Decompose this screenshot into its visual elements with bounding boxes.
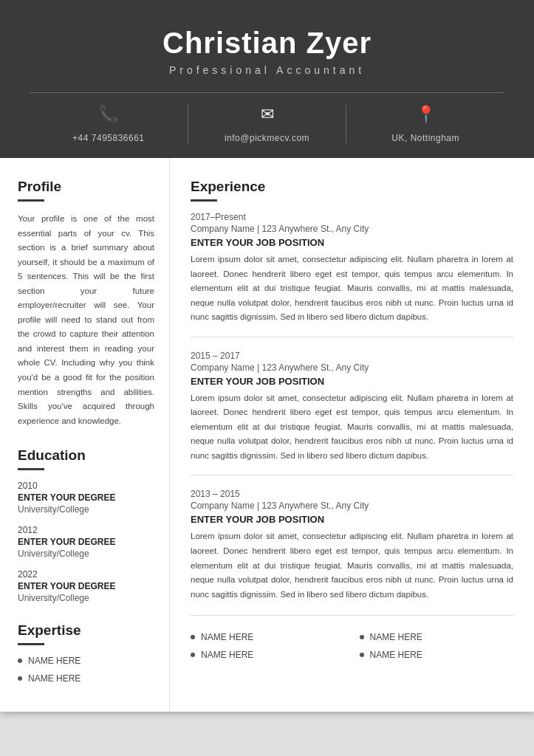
expertise-item: NAME HERE: [18, 656, 154, 666]
experience-title: Experience: [191, 179, 513, 195]
exp-position: ENTER YOUR JOB POSITION: [191, 376, 513, 387]
edu-degree: ENTER YOUR DEGREE: [18, 537, 154, 547]
header-name: Christian Zyer: [30, 27, 504, 60]
edu-school: University/College: [18, 549, 154, 559]
profile-title: Profile: [18, 179, 154, 195]
expertise-list-right-1: NAME HERENAME HERE: [191, 632, 345, 660]
expertise-col-2: NAME HERENAME HERE: [360, 628, 514, 667]
bullet-icon: [191, 653, 195, 657]
education-entry: 2022 ENTER YOUR DEGREE University/Colleg…: [18, 569, 154, 603]
edu-year: 2022: [18, 569, 154, 580]
right-column: Experience 2017–Present Company Name | 1…: [170, 158, 534, 712]
expertise-item-right: NAME HERE: [191, 650, 345, 660]
experience-entry: 2013 – 2015 Company Name | 123 Anywhere …: [191, 489, 513, 602]
exp-period: 2013 – 2015: [191, 489, 513, 499]
body: Profile Your profile is one of the most …: [0, 158, 534, 712]
resume: Christian Zyer Professional Accountant 📞…: [0, 0, 534, 712]
contact-phone: 📞 +44 7495836661: [30, 105, 188, 143]
edu-school: University/College: [18, 593, 154, 603]
profile-text: Your profile is one of the most essentia…: [18, 212, 154, 428]
bullet-icon: [18, 676, 22, 681]
edu-year: 2010: [18, 481, 154, 491]
education-divider: [18, 468, 44, 470]
edu-degree: ENTER YOUR DEGREE: [18, 581, 154, 591]
left-column: Profile Your profile is one of the most …: [0, 158, 170, 712]
exp-divider: [191, 337, 513, 337]
expertise-divider-right: [191, 615, 513, 616]
exp-company: Company Name | 123 Anywhere St., Any Cit…: [191, 501, 513, 511]
contact-email: ✉ info@pickmecv.com: [188, 105, 347, 143]
edu-year: 2012: [18, 525, 154, 535]
experience-entries: 2017–Present Company Name | 123 Anywhere…: [191, 212, 513, 602]
expertise-item-right: NAME HERE: [360, 650, 514, 660]
exp-period: 2017–Present: [191, 212, 513, 222]
expertise-item: NAME HERE: [18, 673, 154, 684]
education-entry: 2010 ENTER YOUR DEGREE University/Colleg…: [18, 481, 154, 515]
profile-section: Profile Your profile is one of the most …: [18, 179, 154, 428]
phone-icon: 📞: [98, 105, 118, 124]
exp-description: Lorem ipsum dolor sit amet, consectetur …: [191, 252, 513, 325]
profile-divider: [18, 199, 44, 202]
exp-description: Lorem ipsum dolor sit amet, consectetur …: [191, 529, 513, 602]
header-title: Professional Accountant: [30, 64, 504, 76]
exp-divider: [191, 475, 513, 475]
education-entry: 2012 ENTER YOUR DEGREE University/Colleg…: [18, 525, 154, 559]
expertise-divider-left: [18, 643, 44, 645]
expertise-list-left: NAME HERENAME HERE: [18, 656, 154, 684]
bullet-icon: [191, 635, 195, 639]
edu-school: University/College: [18, 504, 154, 515]
exp-period: 2015 – 2017: [191, 351, 513, 361]
expertise-title-left: Expertise: [18, 622, 154, 639]
contact-row: 📞 +44 7495836661 ✉ info@pickmecv.com 📍 U…: [30, 92, 504, 143]
contact-location: 📍 UK, Nottingham: [346, 105, 504, 143]
bullet-icon: [360, 653, 364, 657]
exp-position: ENTER YOUR JOB POSITION: [191, 237, 513, 248]
bullet-icon: [18, 659, 22, 663]
expertise-section-right: NAME HERENAME HERE NAME HERENAME HERE: [191, 615, 513, 667]
location-text: UK, Nottingham: [391, 133, 459, 143]
education-entries: 2010 ENTER YOUR DEGREE University/Colleg…: [18, 481, 154, 603]
expertise-section-left: Expertise NAME HERENAME HERE: [18, 622, 154, 684]
expertise-item-right: NAME HERE: [360, 632, 514, 642]
expertise-col-1: NAME HERENAME HERE: [191, 628, 345, 667]
experience-section: Experience 2017–Present Company Name | 1…: [191, 179, 513, 602]
expertise-item-right: NAME HERE: [191, 632, 345, 642]
exp-position: ENTER YOUR JOB POSITION: [191, 514, 513, 525]
phone-text: +44 7495836661: [72, 133, 144, 143]
exp-company: Company Name | 123 Anywhere St., Any Cit…: [191, 224, 513, 234]
experience-entry: 2017–Present Company Name | 123 Anywhere…: [191, 212, 513, 337]
experience-entry: 2015 – 2017 Company Name | 123 Anywhere …: [191, 351, 513, 476]
email-text: info@pickmecv.com: [225, 133, 309, 143]
header: Christian Zyer Professional Accountant 📞…: [0, 0, 534, 158]
expertise-two-col: NAME HERENAME HERE NAME HERENAME HERE: [191, 628, 513, 667]
education-section: Education 2010 ENTER YOUR DEGREE Univers…: [18, 447, 154, 603]
email-icon: ✉: [261, 105, 274, 124]
edu-degree: ENTER YOUR DEGREE: [18, 492, 154, 503]
exp-description: Lorem ipsum dolor sit amet, consectetur …: [191, 391, 513, 464]
expertise-list-right-2: NAME HERENAME HERE: [360, 632, 514, 660]
education-title: Education: [18, 447, 154, 464]
experience-divider: [191, 199, 217, 202]
bullet-icon: [360, 635, 364, 639]
exp-company: Company Name | 123 Anywhere St., Any Cit…: [191, 362, 513, 373]
location-icon: 📍: [416, 105, 436, 124]
